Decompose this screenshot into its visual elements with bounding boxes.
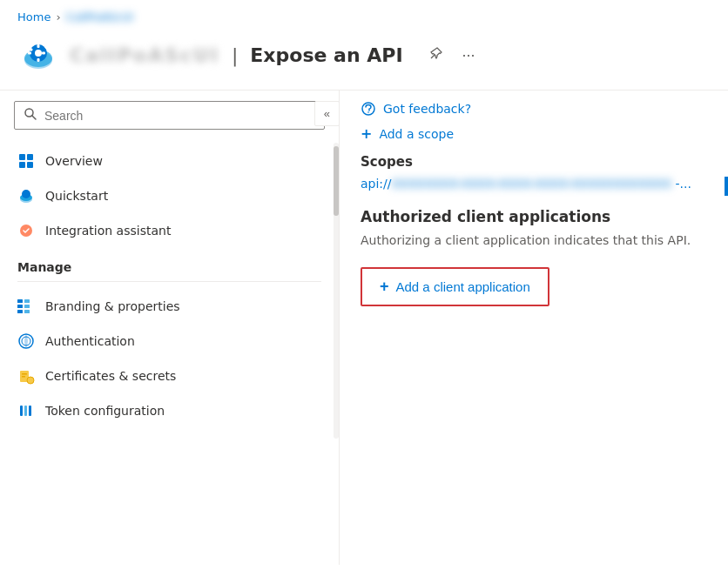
add-scope-plus-icon: + [361,125,372,142]
svg-rect-14 [27,154,33,160]
app-title-text: CalIPoAScUI | Expose an API ··· [70,44,711,66]
app-name: CalIPoAScUI [70,44,219,66]
nav-list: Overview Quickstart [0,140,339,565]
sidebar-item-integration[interactable]: Integration assistant [0,213,339,248]
sidebar-item-integration-label: Integration assistant [45,224,171,238]
sidebar-item-certificates[interactable]: Certificates & secrets [0,359,339,393]
search-box-wrapper: « [0,91,339,140]
svg-line-12 [32,116,37,120]
sidebar-item-quickstart[interactable]: Quickstart [0,178,339,213]
scope-link-row: api://XXXXXXXX-XXXX-XXXX-XXXX-XXXXXXXXXX… [361,177,707,191]
breadcrumb: Home › CalIPoAScUI [0,0,728,30]
quickstart-icon [17,187,35,205]
pin-button[interactable] [426,44,447,66]
add-scope-row[interactable]: + Add a scope [361,125,707,142]
sidebar-item-branding-label: Branding & properties [45,299,180,313]
svg-rect-30 [22,373,27,375]
sidebar-scrollbar-thumb [334,146,339,216]
manage-section: Manage [0,248,339,289]
svg-rect-26 [24,310,30,313]
title-actions: ··· [426,44,479,66]
authentication-icon [17,332,35,350]
sidebar-item-authentication-label: Authentication [45,334,135,348]
sidebar-item-token-config-label: Token configuration [45,404,165,418]
sidebar-item-authentication[interactable]: Authentication [0,324,339,359]
app-title-row: CalIPoAScUI | Expose an API ··· [0,30,728,91]
svg-line-10 [431,55,435,58]
svg-rect-25 [24,305,30,308]
svg-rect-31 [22,376,25,378]
collapse-sidebar-button[interactable]: « [314,101,340,126]
auth-clients-header: Authorized client applications [361,208,707,225]
feedback-icon [361,101,376,117]
branding-icon [17,298,35,315]
svg-point-32 [27,377,34,384]
title-divider: | [232,44,238,66]
sidebar-item-quickstart-label: Quickstart [45,189,108,203]
breadcrumb-home[interactable]: Home [17,10,51,23]
integration-icon [17,222,35,239]
feedback-label: Got feedback? [383,102,471,116]
svg-rect-13 [19,154,25,160]
more-button[interactable]: ··· [459,44,479,66]
svg-point-37 [367,111,369,113]
sidebar-scrollbar[interactable] [334,143,339,439]
scope-suffix: -... [671,177,691,191]
page-title: Expose an API [250,44,402,66]
svg-rect-4 [37,44,40,48]
add-client-plus-icon: + [380,278,389,296]
search-icon [24,107,37,124]
search-box[interactable] [14,101,325,130]
more-icon: ··· [462,46,475,64]
svg-rect-23 [17,310,23,313]
add-client-label: Add a client application [396,279,530,294]
scope-link-blurred: XXXXXXXX-XXXX-XXXX-XXXX-XXXXXXXXXXXX [392,177,672,191]
svg-point-3 [35,50,42,57]
svg-rect-34 [24,406,27,416]
manage-divider [17,281,321,282]
svg-rect-24 [24,299,30,303]
scope-link[interactable]: api://XXXXXXXX-XXXX-XXXX-XXXX-XXXXXXXXXX… [361,177,691,191]
token-config-icon [17,402,35,419]
sidebar-item-overview[interactable]: Overview [0,144,339,178]
add-scope-label: Add a scope [379,127,454,141]
main-layout: « Overview [0,91,728,565]
svg-rect-16 [27,162,33,168]
svg-point-19 [22,190,30,198]
sidebar: « Overview [0,91,340,565]
svg-rect-7 [42,52,45,55]
feedback-row[interactable]: Got feedback? [361,101,707,117]
add-client-application-button[interactable]: + Add a client application [361,267,549,306]
main-content: Got feedback? + Add a scope Scopes api:/… [340,91,728,565]
sidebar-item-certificates-label: Certificates & secrets [45,369,176,383]
svg-rect-15 [19,162,25,168]
sidebar-item-branding[interactable]: Branding & properties [0,289,339,324]
breadcrumb-separator: › [56,10,60,23]
svg-rect-5 [37,58,40,62]
svg-rect-35 [29,406,31,416]
sidebar-item-token-config[interactable]: Token configuration [0,393,339,428]
manage-label: Manage [17,260,321,274]
scope-accent-bar [725,177,728,196]
svg-rect-21 [17,299,23,303]
scope-prefix: api:// [361,177,392,191]
search-input[interactable] [44,109,315,123]
breadcrumb-app: CalIPoAScUI [66,10,133,23]
svg-rect-22 [17,305,23,308]
overview-icon [17,152,35,170]
app-icon [17,34,59,76]
auth-clients-desc: Authorizing a client application indicat… [361,232,707,250]
sidebar-item-overview-label: Overview [45,154,103,168]
svg-rect-33 [20,406,23,416]
certificates-icon [17,367,35,385]
scopes-header: Scopes [361,154,707,170]
svg-rect-6 [28,52,31,55]
